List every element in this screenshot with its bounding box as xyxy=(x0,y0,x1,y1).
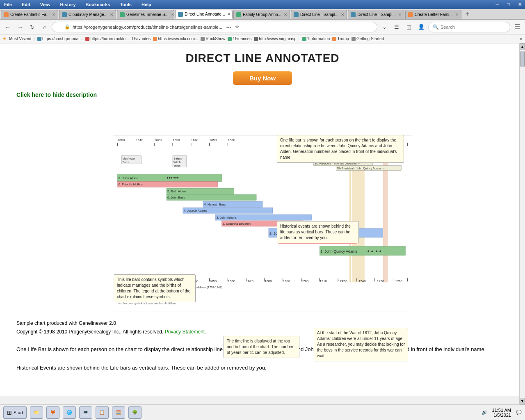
reload-button[interactable]: ↻ xyxy=(27,22,38,32)
close-btn[interactable]: ✕ xyxy=(516,2,523,7)
titlebar-help[interactable]: Help xyxy=(139,1,154,8)
svg-text:Number over symbol indicates n: Number over symbol indicates number of c… xyxy=(118,302,176,305)
url-bar[interactable]: 🔒 https://progenygenealogy.com/products/… xyxy=(52,22,377,32)
tab-close-4[interactable]: ✕ xyxy=(227,12,231,16)
tab-create-fantastic[interactable]: Create Fantastic Fa... ✕ xyxy=(1,10,58,19)
taskbar-tree[interactable]: 🌳 xyxy=(128,406,142,419)
svg-text:1650: 1650 xyxy=(210,279,217,283)
bm-icon-4 xyxy=(201,37,205,41)
bookmark-1finances[interactable]: 1Finances xyxy=(228,37,251,41)
home-button[interactable]: ⌂ xyxy=(39,22,50,32)
more-bookmarks-icon[interactable]: » xyxy=(520,36,523,42)
bookmark-1favorites[interactable]: 1Favorites xyxy=(131,37,151,41)
titlebar-left: File Edit View History Bookmarks Tools H… xyxy=(2,1,154,8)
tab-genelines[interactable]: Genelines Timeline S... ✕ xyxy=(117,10,174,19)
download-button[interactable]: ⇓ xyxy=(379,22,390,32)
callout-3: This life bars contains symbols which in… xyxy=(114,274,196,302)
tab-cloudinary[interactable]: Cloudinary Manage... ✕ xyxy=(59,10,116,19)
scroll-up-btn[interactable]: ▲ xyxy=(520,43,525,50)
firefox-account-button[interactable]: 👤 xyxy=(416,22,427,32)
svg-text:7th President - John Quincy Ad: 7th President - John Quincy Adams → xyxy=(337,167,385,170)
tab-close-6[interactable]: ✕ xyxy=(341,12,344,17)
synced-tabs-button[interactable]: ◫ xyxy=(404,22,414,32)
speaker-icon[interactable]: 🔊 xyxy=(482,410,487,415)
svg-text:4. Joseph Adams: 4. Joseph Adams xyxy=(184,209,207,212)
menu-button[interactable]: ☰ xyxy=(512,22,523,32)
time-display: 11:51 AM xyxy=(492,408,511,413)
callout-5: At the start of the War of 1812, John Qu… xyxy=(314,328,408,361)
search-input[interactable] xyxy=(441,25,498,30)
browser-icon: 🌐 xyxy=(66,410,72,415)
titlebar-view[interactable]: View xyxy=(38,1,53,8)
svg-text:1690: 1690 xyxy=(283,279,290,283)
bookmark-getting-started[interactable]: Getting Started xyxy=(352,37,384,41)
bookmark-rocktu[interactable]: https://forum.rocktu... xyxy=(85,37,129,41)
taskbar-firefox[interactable]: 🦊 xyxy=(46,406,59,419)
tabbar: Create Fantastic Fa... ✕ Cloudinary Mana… xyxy=(0,9,525,20)
tab-close-7[interactable]: ✕ xyxy=(398,12,402,17)
tab-label-2: Cloudinary Manage... xyxy=(68,12,107,17)
bookmark-virginia[interactable]: http://www.virginiasp... xyxy=(254,37,299,41)
status-right: 🔊 11:51 AM 1/5/2021 💬 xyxy=(482,408,522,418)
main-content: ▲ ▼ DIRECT LINE ANNOTATED Buy Now Click … xyxy=(0,43,525,396)
bookmark-most-visited[interactable]: Most Visited xyxy=(9,37,31,41)
bm-label-7: 1Information xyxy=(307,37,330,41)
bm-icon-2 xyxy=(85,37,89,41)
library-button[interactable]: ☰ xyxy=(391,22,402,32)
tab-direct-line-sample2[interactable]: Direct Line - Sampl... ✕ xyxy=(348,10,404,19)
svg-text:Trials: Trials xyxy=(173,164,180,167)
bm-icon-7 xyxy=(302,37,306,41)
svg-text:Mayflower: Mayflower xyxy=(123,157,136,160)
hide-description-link[interactable]: Click here to hide description xyxy=(16,91,509,98)
taskbar-folder[interactable]: 📁 xyxy=(30,406,43,419)
bookmark-crosb[interactable]: https://crosb.proboar... xyxy=(37,37,83,41)
most-visited-icon: ★ xyxy=(2,36,7,41)
taskbar-notepad[interactable]: 📋 xyxy=(96,406,109,419)
titlebar-controls: ─ □ ✕ xyxy=(494,2,523,7)
tab-favicon-8 xyxy=(408,12,413,17)
bookmark-viki[interactable]: https://www.viki.com... xyxy=(153,37,198,41)
start-button[interactable]: ⊞ Start xyxy=(3,406,27,419)
titlebar-tools[interactable]: Tools xyxy=(117,1,134,8)
back-button[interactable]: ← xyxy=(2,22,13,32)
scrollbar[interactable]: ▲ ▼ xyxy=(519,43,525,396)
maximize-btn[interactable]: □ xyxy=(505,2,511,7)
titlebar-file[interactable]: File xyxy=(2,1,14,8)
privacy-link[interactable]: Privacy Statement. xyxy=(165,329,206,335)
bookmark-rockshow[interactable]: RockShow xyxy=(201,37,225,41)
notification-icon[interactable]: 💬 xyxy=(516,410,522,415)
bookmark-icon[interactable]: ☆ xyxy=(235,24,239,30)
bookmark-1information[interactable]: 1Information xyxy=(302,37,330,41)
bm-label-8: Trump xyxy=(337,37,349,41)
tab-close-5[interactable]: ✕ xyxy=(284,12,287,17)
tab-close-1[interactable]: ✕ xyxy=(52,12,55,17)
titlebar-history[interactable]: History xyxy=(58,1,78,8)
tab-direct-line-active[interactable]: Direct Line Annotate... ✕ xyxy=(175,10,233,19)
taskbar-browser2[interactable]: 🌐 xyxy=(63,406,76,419)
tab-close-2[interactable]: ✕ xyxy=(110,12,113,17)
titlebar-edit[interactable]: Edit xyxy=(19,1,33,8)
tab-close-3[interactable]: ✕ xyxy=(171,12,174,17)
taskbar-computer[interactable]: 💻 xyxy=(79,406,92,419)
forward-button[interactable]: → xyxy=(15,22,25,32)
tab-close-8[interactable]: ✕ xyxy=(455,12,459,17)
titlebar-bookmarks[interactable]: Bookmarks xyxy=(83,1,113,8)
new-tab-btn[interactable]: + xyxy=(462,10,472,18)
taskbar-calc[interactable]: 🧮 xyxy=(112,406,125,419)
bm-icon-9 xyxy=(352,37,356,41)
svg-text:1670: 1670 xyxy=(246,279,253,283)
tab-create-better[interactable]: Create Better Fami... ✕ xyxy=(405,10,461,19)
minimize-btn[interactable]: ─ xyxy=(494,2,501,7)
clock: 11:51 AM 1/5/2021 xyxy=(492,408,511,418)
bookmark-trump[interactable]: Trump xyxy=(332,37,349,41)
tab-direct-line-sample1[interactable]: Direct Line - Sampl... ✕ xyxy=(291,10,347,19)
callout-2-text: Historical events are shown behind the l… xyxy=(280,224,351,240)
svg-text:Salem: Salem xyxy=(173,157,182,160)
titlebar: File Edit View History Bookmarks Tools H… xyxy=(0,0,525,9)
scroll-thumb[interactable] xyxy=(520,51,525,67)
url-dots[interactable]: ••• xyxy=(226,25,231,30)
buy-now-button[interactable]: Buy Now xyxy=(233,71,292,85)
tab-family-group[interactable]: Family Group Anno... ✕ xyxy=(233,10,290,19)
tab-label-8: Create Better Fami... xyxy=(415,12,453,17)
page-title: DIRECT LINE ANNOTATED xyxy=(16,52,509,65)
